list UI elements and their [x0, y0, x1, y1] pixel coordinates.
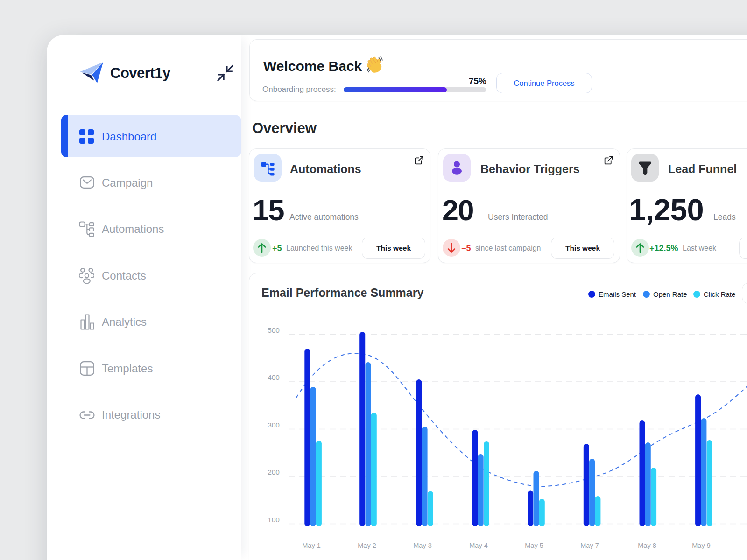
svg-text:May 9: May 9: [692, 542, 711, 549]
svg-text:May 7: May 7: [580, 542, 599, 549]
svg-text:May 3: May 3: [413, 542, 432, 549]
svg-text:May 1: May 1: [302, 542, 321, 549]
svg-text:May 8: May 8: [638, 542, 656, 549]
svg-text:300: 300: [268, 421, 280, 429]
svg-text:400: 400: [268, 373, 280, 381]
svg-text:May 4: May 4: [469, 542, 488, 549]
svg-text:May 2: May 2: [358, 542, 376, 549]
svg-text:200: 200: [268, 468, 280, 476]
svg-text:100: 100: [268, 516, 280, 524]
svg-text:500: 500: [268, 326, 280, 334]
svg-text:May 5: May 5: [525, 542, 543, 549]
